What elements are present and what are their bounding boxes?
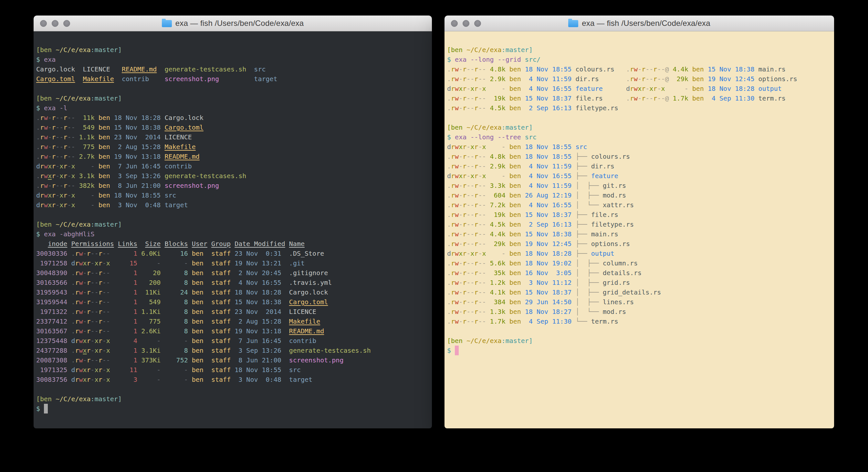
zoom-button[interactable]	[474, 20, 481, 27]
terminal-window-right: exa — fish /Users/ben/Code/exa/exa [ben …	[444, 16, 834, 429]
terminal-line: [ben ~/C/e/exa:master]	[36, 394, 432, 404]
terminal-line: 30083756 drwxr-xr-x 3 - - ben staff 3 No…	[36, 375, 432, 384]
terminal-line: .rw-r--r-- 1.3k ben 18 Nov 18:27 │ └── m…	[447, 307, 834, 317]
terminal-line: drwxr-xr-x - ben 3 Nov 0:48 target	[36, 200, 432, 210]
terminal-line: .rw-r--r-- 35k ben 16 Nov 3:05 │ ├── det…	[447, 268, 834, 278]
terminal-line: 20087308 .rw-r--r-- 1 373Ki 752 ben staf…	[36, 355, 432, 365]
terminal-line: .rw-r--r-- 382k ben 8 Jun 21:00 screensh…	[36, 181, 432, 190]
terminal-line: Cargo.lock LICENCE README.md generate-te…	[36, 64, 432, 74]
terminal-line: .rw-r--r-- 1.7k ben 4 Sep 11:30 └── term…	[447, 317, 834, 326]
terminal-line: .rw-r--r-- 384 ben 29 Jun 14:50 │ ├── li…	[447, 297, 834, 307]
terminal-line	[36, 84, 432, 93]
terminal-line: .rw-r--r-- 2.9k ben 4 Nov 11:59 ├── dir.…	[447, 161, 834, 171]
terminal-window-left: exa — fish /Users/ben/Code/exa/exa [ben …	[34, 16, 432, 429]
terminal-line: .rw-r--r-- 2.9k ben 4 Nov 11:59 dir.rs .…	[447, 74, 834, 84]
terminal-line: drwxr-xr-x - ben 4 Nov 16:55 ├── feature	[447, 171, 834, 181]
terminal-line: 12375448 drwxr-xr-x 4 - - ben staff 7 Ju…	[36, 336, 432, 346]
terminal-line: 30163567 .rw-r--r-- 1 2.6Ki 8 ben staff …	[36, 326, 432, 336]
terminal-line: 1971258 drwxr-xr-x 15 - - ben staff 19 N…	[36, 258, 432, 268]
terminal-line: drwxr-xr-x - ben 4 Nov 16:55 feature drw…	[447, 84, 834, 93]
terminal-line: .rw-r--r-- 2.7k ben 19 Nov 13:18 README.…	[36, 152, 432, 161]
window-title-text: exa — fish /Users/ben/Code/exa/exa	[176, 19, 304, 28]
terminal-line: .rw-r--r-- 1.2k ben 3 Nov 11:12 │ ├── gr…	[447, 278, 834, 287]
terminal-line: .rw-r--r-- 7.2k ben 4 Nov 16:55 │ └── xa…	[447, 200, 834, 210]
terminal-line: .rw-r--r-- 19k ben 15 Nov 18:37 file.rs …	[447, 93, 834, 103]
terminal-line: $ exa -l	[36, 103, 432, 113]
terminal-line: 23377412 .rw-r--r-- 1 775 8 ben staff 2 …	[36, 317, 432, 326]
minimize-button[interactable]	[463, 20, 469, 27]
terminal-line: 30048390 .rw-r--r-- 1 20 8 ben staff 2 N…	[36, 268, 432, 278]
terminal-cursor	[455, 346, 459, 355]
terminal-line: .rw-r--r-- 4.8k ben 18 Nov 18:55 colours…	[447, 64, 834, 74]
terminal-line: [ben ~/C/e/exa:master]	[36, 219, 432, 229]
close-button[interactable]	[40, 20, 47, 27]
window-title-right: exa — fish /Users/ben/Code/exa/exa	[568, 19, 710, 28]
close-button[interactable]	[451, 20, 458, 27]
terminal-line: 24377288 .rwxr-xr-x 1 3.1Ki 8 ben staff …	[36, 346, 432, 355]
terminal-line: [ben ~/C/e/exa:master]	[36, 93, 432, 103]
traffic-lights-right	[451, 16, 481, 31]
terminal-line: .rw-r--r-- 4.1k ben 15 Nov 18:37 │ ├── g…	[447, 287, 834, 297]
terminal-line	[447, 113, 834, 122]
traffic-lights-left	[40, 16, 70, 31]
titlebar-right[interactable]: exa — fish /Users/ben/Code/exa/exa	[444, 16, 834, 31]
terminal-line	[36, 210, 432, 219]
terminal-line: .rw-r--r-- 4.4k ben 15 Nov 18:38 ├── mai…	[447, 229, 834, 239]
titlebar-left[interactable]: exa — fish /Users/ben/Code/exa/exa	[34, 16, 432, 31]
terminal-line: .rw-r--r-- 11k ben 18 Nov 18:28 Cargo.lo…	[36, 113, 432, 122]
terminal-line: .rw-r--r-- 3.3k ben 4 Nov 11:59 │ ├── gi…	[447, 181, 834, 190]
terminal-line: .rw-r--r-- 4.5k ben 2 Sep 16:13 ├── file…	[447, 219, 834, 229]
terminal-line	[36, 384, 432, 394]
terminal-line: drwxr-xr-x - ben 18 Nov 18:55 src	[447, 142, 834, 152]
terminal-line: 1971322 .rw-r--r-- 1 1.1Ki 8 ben staff 2…	[36, 307, 432, 317]
terminal-line: 30030336 .rw-r--r-- 1 6.0Ki 16 ben staff…	[36, 248, 432, 258]
terminal-line: drwxr-xr-x - ben 18 Nov 18:55 src	[36, 190, 432, 200]
terminal-line: 30163566 .rw-r--r-- 1 200 8 ben staff 4 …	[36, 278, 432, 287]
folder-icon	[162, 20, 172, 27]
terminal-line: .rw-r--r-- 4.8k ben 18 Nov 18:55 ├── col…	[447, 152, 834, 161]
terminal-line: [ben ~/C/e/exa:master]	[36, 45, 432, 55]
terminal-line: .rw-r--r-- 19k ben 15 Nov 18:37 ├── file…	[447, 210, 834, 219]
window-title-text: exa — fish /Users/ben/Code/exa/exa	[582, 19, 710, 28]
terminal-line: drwxr-xr-x - ben 7 Jun 16:45 contrib	[36, 161, 432, 171]
terminal-line: 1971325 drwxr-xr-x 11 - - ben staff 18 N…	[36, 365, 432, 375]
terminal-line: $ exa -abghHliS	[36, 229, 432, 239]
terminal-line: .rwxr-xr-x 3.1k ben 3 Sep 13:26 generate…	[36, 171, 432, 181]
zoom-button[interactable]	[63, 20, 70, 27]
terminal-line: [ben ~/C/e/exa:master]	[447, 122, 834, 132]
terminal-content-dark[interactable]: [ben ~/C/e/exa:master]$ exaCargo.lock LI…	[34, 31, 432, 429]
terminal-line: .rw-r--r-- 4.5k ben 2 Sep 16:13 filetype…	[447, 103, 834, 113]
terminal-cursor	[44, 404, 48, 413]
terminal-line: .rw-r--r-- 1.1k ben 23 Nov 2014 LICENCE	[36, 132, 432, 142]
terminal-line: 31959544 .rw-r--r-- 1 549 8 ben staff 15…	[36, 297, 432, 307]
terminal-line	[447, 326, 834, 336]
terminal-line: 31959543 .rw-r--r-- 1 11Ki 24 ben staff …	[36, 287, 432, 297]
folder-icon	[568, 20, 578, 27]
terminal-line: $ exa --long --tree src	[447, 132, 834, 142]
terminal-line: $	[447, 346, 834, 355]
terminal-line: .rw-r--r-- 549 ben 15 Nov 18:38 Cargo.to…	[36, 122, 432, 132]
terminal-line: $ exa	[36, 55, 432, 64]
terminal-content-light[interactable]: [ben ~/C/e/exa:master]$ exa --long --gri…	[444, 31, 834, 429]
window-title-left: exa — fish /Users/ben/Code/exa/exa	[162, 19, 304, 28]
terminal-line: inode Permissions Links Size Blocks User…	[36, 239, 432, 248]
terminal-line: Cargo.toml Makefile contrib screenshot.p…	[36, 74, 432, 84]
terminal-line: $ exa --long --grid src/	[447, 55, 834, 64]
terminal-line: $	[36, 404, 432, 413]
terminal-line: .rw-r--r-- 5.6k ben 18 Nov 19:02 │ ├── c…	[447, 258, 834, 268]
terminal-line: [ben ~/C/e/exa:master]	[447, 45, 834, 55]
minimize-button[interactable]	[52, 20, 59, 27]
terminal-line: drwxr-xr-x - ben 18 Nov 18:28 ├── output	[447, 248, 834, 258]
terminal-line: .rw-r--r-- 775 ben 2 Aug 15:28 Makefile	[36, 142, 432, 152]
terminal-line: .rw-r--r-- 29k ben 19 Nov 12:45 ├── opti…	[447, 239, 834, 248]
terminal-line: .rw-r--r-- 604 ben 26 Aug 12:19 │ ├── mo…	[447, 190, 834, 200]
terminal-line: [ben ~/C/e/exa:master]	[447, 336, 834, 346]
